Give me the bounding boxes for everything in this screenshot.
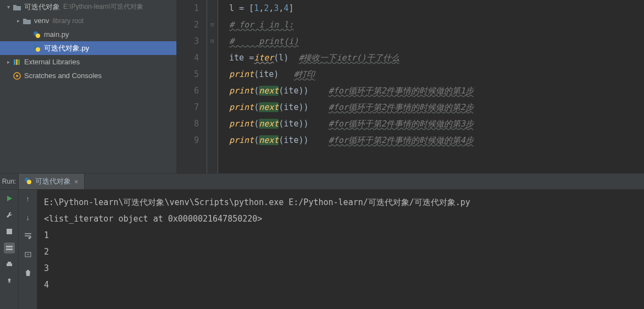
run-tab-bar: Run: 可迭代对象 ×: [0, 174, 644, 190]
fold-marker: [207, 99, 218, 115]
line-number: 8: [177, 115, 199, 132]
code-editor[interactable]: 123456789 ⊟⊟ l = [1,2,3,4]# for i in l:#…: [177, 0, 644, 173]
line-number: 1: [177, 0, 199, 16]
scratches-consoles[interactable]: Scratches and Consoles: [0, 69, 176, 82]
run-panel: Run: 可迭代对象 ×: [0, 173, 644, 309]
run-tab[interactable]: 可迭代对象 ×: [19, 174, 85, 189]
tree-item-current-file[interactable]: 可迭代对象.py: [0, 41, 176, 55]
external-libraries[interactable]: ▸ External Libraries: [0, 55, 176, 69]
tree-item-label: main.py: [44, 30, 69, 38]
tree-item-label: 可迭代对象.py: [44, 43, 89, 53]
svg-point-10: [27, 180, 31, 184]
fold-marker: [207, 0, 218, 16]
fold-marker: [207, 66, 218, 82]
tree-item-venv[interactable]: ▸ venv library root: [0, 14, 176, 27]
code-line[interactable]: print(next(ite)) #for循环干第2件事情的时候做的第2步: [229, 99, 644, 115]
tree-item-label: venv: [34, 16, 49, 25]
svg-rect-12: [6, 246, 13, 247]
svg-point-3: [36, 47, 40, 52]
svg-rect-11: [7, 229, 12, 234]
svg-rect-4: [14, 59, 15, 65]
tree-item-hint: library root: [52, 17, 84, 25]
down-arrow-icon[interactable]: ↓: [23, 212, 34, 223]
svg-rect-13: [6, 249, 13, 250]
library-icon: [12, 58, 22, 66]
line-number: 3: [177, 33, 199, 49]
scratches-label: Scratches and Consoles: [24, 71, 102, 80]
code-line[interactable]: ite =iter(l) #接收一下ietr()干了什么: [229, 49, 644, 66]
line-gutter: 123456789: [177, 0, 207, 173]
project-root-name: 可迭代对象: [24, 2, 60, 12]
scroll-icon[interactable]: [23, 249, 34, 260]
line-number: 2: [177, 16, 199, 33]
line-number: 7: [177, 99, 199, 115]
svg-rect-5: [16, 59, 18, 65]
console-line: 3: [44, 260, 637, 277]
python-file-icon: [32, 45, 42, 52]
stop-button[interactable]: [4, 226, 15, 237]
code-line[interactable]: l = [1,2,3,4]: [229, 0, 644, 16]
svg-point-1: [36, 34, 40, 38]
code-line[interactable]: print(next(ite)) #for循环干第2件事情的时候做的第1步: [229, 82, 644, 99]
external-libraries-label: External Libraries: [24, 58, 80, 66]
pin-icon[interactable]: [4, 275, 15, 286]
wrap-icon[interactable]: [23, 230, 34, 241]
run-toolbar-right: ↑ ↓: [19, 190, 37, 309]
project-tree: ▾ 可迭代对象 E:\Python-learn\可迭代对象 ▸ venv lib…: [0, 0, 177, 173]
line-number: 6: [177, 82, 199, 99]
svg-rect-6: [18, 59, 20, 65]
wrench-icon[interactable]: [4, 209, 15, 220]
chevron-right-icon: ▸: [14, 18, 22, 24]
console-line: 2: [44, 244, 637, 260]
code-area[interactable]: l = [1,2,3,4]# for i in l:# print(i)ite …: [218, 0, 644, 173]
code-line[interactable]: # for i in l:: [229, 16, 644, 33]
fold-column: ⊟⊟: [207, 0, 218, 173]
folder-icon: [22, 17, 32, 25]
project-root-path: E:\Python-learn\可迭代对象: [63, 2, 143, 12]
console-output[interactable]: E:\Python-learn\可迭代对象\venv\Scripts\pytho…: [37, 190, 644, 309]
trash-icon[interactable]: [23, 268, 34, 279]
fold-marker: [207, 49, 218, 66]
run-panel-label: Run:: [0, 174, 19, 189]
line-number: 5: [177, 66, 199, 82]
console-line: 1: [44, 227, 637, 244]
python-file-icon: [32, 31, 42, 38]
code-line[interactable]: # print(i): [229, 33, 644, 49]
fold-marker[interactable]: ⊟: [207, 33, 218, 49]
code-line[interactable]: print(next(ite)) #for循环干第2件事情的时候做的第4步: [229, 132, 644, 148]
svg-rect-15: [8, 262, 11, 263]
line-number: 9: [177, 132, 199, 148]
fold-marker: [207, 115, 218, 132]
project-root[interactable]: ▾ 可迭代对象 E:\Python-learn\可迭代对象: [0, 0, 176, 14]
close-icon[interactable]: ×: [74, 178, 79, 186]
print-icon[interactable]: [4, 259, 15, 270]
layout-icon[interactable]: [4, 242, 15, 253]
folder-icon: [12, 3, 22, 11]
line-number: 4: [177, 49, 199, 66]
console-line: 4: [44, 277, 637, 293]
svg-rect-14: [7, 263, 12, 266]
scratch-icon: [12, 72, 22, 80]
run-tab-name: 可迭代对象: [35, 176, 71, 186]
chevron-right-icon: ▸: [4, 59, 12, 65]
run-toolbar-left: [0, 190, 19, 309]
run-button[interactable]: [4, 193, 15, 204]
python-file-icon: [24, 177, 32, 186]
tree-item-main[interactable]: main.py: [0, 27, 176, 41]
fold-marker: [207, 132, 218, 148]
fold-marker[interactable]: ⊟: [207, 16, 218, 33]
chevron-down-icon: ▾: [4, 4, 12, 10]
code-line[interactable]: print(next(ite)) #for循环干第2件事情的时候做的第3步: [229, 115, 644, 132]
console-line: <list_iterator object at 0x0000021647850…: [44, 211, 637, 227]
fold-marker: [207, 82, 218, 99]
code-line[interactable]: print(ite) #打印: [229, 66, 644, 82]
up-arrow-icon[interactable]: ↑: [23, 193, 34, 204]
console-line: E:\Python-learn\可迭代对象\venv\Scripts\pytho…: [44, 194, 637, 211]
svg-point-8: [16, 75, 18, 77]
